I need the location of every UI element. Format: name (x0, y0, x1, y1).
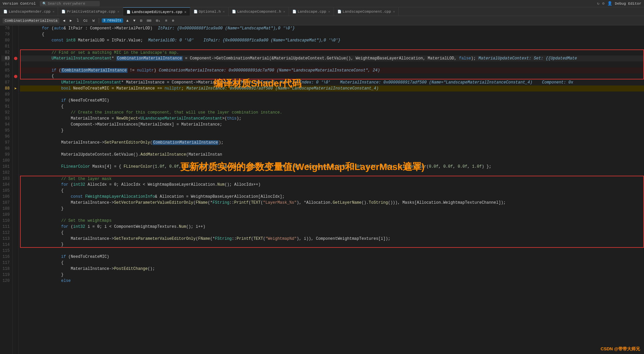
line-num-106: 106 (1, 194, 10, 200)
toolbar-sep-1 (99, 18, 99, 23)
gutter: ➤ (13, 25, 19, 354)
line-num-81: 81 (1, 43, 10, 49)
code-line-87: UMaterialInstanceConstant* MaterialInsta… (20, 79, 644, 85)
code-line-78: for (auto& ItPair : Component->MaterialP… (20, 25, 644, 31)
line-num-86: 86 (1, 73, 10, 79)
toolbar-filter-btn[interactable]: ⊜ (171, 18, 176, 23)
code-line-119: } (20, 272, 644, 278)
line-num-115: 115 (1, 248, 10, 254)
watermark: CSDN @带带大师兄 (601, 346, 640, 352)
toolbar-nav-prev[interactable]: ◀ (61, 18, 66, 23)
code-line-103: // Set the layer mask (20, 176, 644, 182)
tab-cpp-icon: 📄 (3, 10, 7, 14)
toolbar-down-btn[interactable]: ▼ (132, 18, 137, 23)
variable-name: CombinationMaterialInsta (3, 18, 59, 23)
toolbar-icon-3[interactable]: ⊟ᵢ (155, 18, 162, 23)
code-line-108: } (20, 206, 644, 212)
search-placeholder: Search everywhere (48, 2, 85, 6)
tab-cpp-icon-1: 📄 (61, 10, 65, 14)
avatar-icon[interactable]: 👤 (607, 1, 612, 6)
line-num-104: 104 (1, 182, 10, 188)
tab-landscape-component-h[interactable]: 📄 LandscapeComponent.h ✕ (229, 7, 289, 16)
tab-landscape-cpp[interactable]: 📄 Landscape.cpp ✕ (289, 7, 334, 16)
editor-container: 编译材质Shader代码 更新材质实例的参数变量值(WeightMap和Laye… (0, 25, 644, 354)
code-line-97: MaterialInstance->SetParentEditorOnly(Co… (20, 140, 644, 146)
code-line-113: MaterialInstance->SetTextureParameterVal… (20, 236, 644, 242)
code-line-83: UMaterialInstanceConstant* CombinationMa… (20, 55, 644, 61)
code-line-89 (20, 92, 644, 98)
code-line-95: } (20, 128, 644, 134)
line-num-84: 84 (1, 61, 10, 67)
refresh-icon[interactable]: ↻ (597, 1, 599, 6)
line-num-112: 112 (1, 230, 10, 236)
toolbar-word-btn[interactable]: W (91, 18, 96, 23)
search-icon: 🔍 (42, 2, 46, 6)
tab-h-icon: 📄 (194, 10, 198, 14)
line-num-119: 119 (1, 272, 10, 278)
code-line-117: { (20, 260, 644, 266)
line-num-120: 120 (1, 278, 10, 284)
toolbar-icon-4[interactable]: ≡ (164, 18, 169, 23)
code-line-90: if (NeedToCreateMIC) (20, 98, 644, 104)
tab-close-0[interactable]: ✕ (52, 10, 54, 14)
version-control-label[interactable]: Version Control (3, 2, 36, 6)
code-line-110: // Set the weightmaps (20, 218, 644, 224)
tab-optional-h[interactable]: 📄 Optional.h ✕ (190, 7, 229, 16)
tab-close-3[interactable]: ✕ (223, 10, 225, 14)
line-num-94: 94 (1, 122, 10, 128)
tab-landscape-edit-layers[interactable]: 📄 LandscapeEditLayers.cpp ✕ (123, 7, 190, 16)
line-num-100: 100 (1, 158, 10, 164)
line-num-91: 91 (1, 104, 10, 110)
toolbar-icon-2[interactable]: ⊟⊟ (145, 18, 152, 23)
toolbar-case-btn[interactable]: Cc (82, 18, 89, 23)
line-num-93: 93 (1, 116, 10, 122)
code-line-116: if (NeedToCreateMIC) (20, 254, 644, 260)
tab-landscape-component-cpp[interactable]: 📄 LandscapeComponent.cpp ✕ (334, 7, 399, 16)
line-num-113: 113 (1, 236, 10, 242)
line-num-111: 111 (1, 224, 10, 230)
code-area[interactable]: for (auto& ItPair : Component->MaterialP… (19, 25, 644, 354)
line-num-98: 98 (1, 146, 10, 152)
top-bar-right: ↻ ⚙ 👤 Debug Editor (597, 1, 641, 6)
code-line-115 (20, 248, 644, 254)
line-num-82: 82 (1, 49, 10, 55)
line-num-99: 99 (1, 152, 10, 158)
toolbar-wrap-btn[interactable]: ⤵ (75, 17, 80, 24)
code-line-100 (20, 158, 644, 164)
line-num-107: 107 (1, 200, 10, 206)
debug-editor-label: Debug Editor (615, 2, 641, 6)
code-line-91: { (20, 104, 644, 110)
find-toolbar: CombinationMaterialInsta ◀ ▶ ⤵ Cc W 3 re… (0, 16, 644, 25)
tab-close-6[interactable]: ✕ (393, 10, 395, 14)
toolbar-icon-1[interactable]: ⊡ (139, 18, 144, 23)
line-num-83: 83 (1, 55, 10, 61)
code-line-80: const int8 MaterialLOD = ItPair.Value; M… (20, 37, 644, 43)
line-num-118: 118 (1, 266, 10, 272)
tab-close-1[interactable]: ✕ (117, 10, 119, 14)
line-num-80: 80 (1, 37, 10, 43)
line-num-109: 109 (1, 212, 10, 218)
code-line-109 (20, 212, 644, 218)
arrow-indicator-88: ➤ (14, 86, 17, 92)
line-num-114: 114 (1, 242, 10, 248)
toolbar-up-btn[interactable]: ▲ (125, 18, 130, 23)
line-numbers: 78 79 80 81 82 83 84 85 86 87 88 89 90 9… (0, 25, 13, 354)
toolbar-nav-next[interactable]: ▶ (68, 18, 73, 23)
tab-close-2[interactable]: ✕ (185, 10, 187, 14)
code-line-79: { (20, 31, 644, 37)
tab-close-4[interactable]: ✕ (283, 10, 285, 14)
code-line-93: MaterialInstance = NewObject<ULandscapeM… (20, 116, 644, 122)
search-bar[interactable]: 🔍 Search everywhere (40, 1, 100, 6)
line-num-102: 102 (1, 170, 10, 176)
line-num-105: 105 (1, 188, 10, 194)
breakpoint-dot-83 (14, 57, 17, 60)
top-bar-left: Version Control 🔍 Search everywhere (3, 1, 100, 6)
tab-primitive-stats[interactable]: 📄 PrimitiveStatsPage.cpp ✕ (58, 7, 123, 16)
line-num-78: 78 (1, 25, 10, 31)
top-bar: Version Control 🔍 Search everywhere ↻ ⚙ … (0, 0, 644, 7)
tab-landscape-render[interactable]: 📄 LandscapeRender.cpp ✕ (0, 7, 58, 16)
code-line-105: { (20, 188, 644, 194)
tab-close-5[interactable]: ✕ (328, 10, 330, 14)
gear-icon[interactable]: ⚙ (602, 1, 605, 6)
line-num-88: 88 (1, 85, 10, 92)
